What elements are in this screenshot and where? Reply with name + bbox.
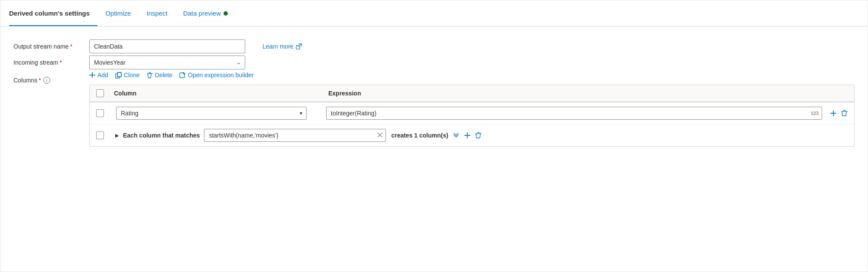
add-pattern-icon	[464, 132, 471, 139]
expression-builder-icon	[179, 72, 186, 79]
expression-input[interactable]	[326, 107, 822, 120]
expand-creates-icon	[453, 131, 460, 138]
delete-row-icon	[841, 110, 848, 117]
plus-icon	[89, 72, 95, 78]
creates-label: creates 1 column(s)	[391, 132, 448, 139]
pattern-label: Each column that matches	[123, 132, 200, 139]
row-checkbox-area	[96, 109, 112, 117]
header-checkbox[interactable]	[96, 89, 104, 97]
delete-pattern-row-button[interactable]	[475, 132, 482, 139]
tab-data-preview[interactable]: Data preview	[175, 0, 236, 26]
row-actions	[830, 110, 848, 117]
incoming-stream-label: Incoming stream	[13, 59, 58, 66]
delete-icon	[147, 72, 153, 79]
learn-more-link[interactable]: Learn more	[262, 43, 302, 50]
output-stream-required: *	[70, 43, 72, 50]
add-pattern-row-button[interactable]	[464, 132, 471, 139]
columns-label: Columns	[13, 77, 37, 84]
output-stream-input[interactable]	[89, 39, 245, 53]
pattern-checkbox-area	[96, 131, 112, 139]
expand-pattern-arrow-icon[interactable]: ▶	[115, 133, 119, 138]
row-column-value: Rating ▾	[112, 107, 320, 120]
output-stream-label: Output stream name	[13, 43, 69, 50]
header-checkbox-area	[96, 89, 112, 97]
columns-field: Columns * i Add	[13, 72, 855, 147]
output-stream-label-cell: Output stream name *	[13, 39, 89, 50]
add-row-icon	[830, 110, 837, 117]
incoming-stream-select[interactable]: MoviesYear	[89, 56, 245, 69]
row-expression-value: 123	[320, 107, 848, 120]
pattern-match-row: ▶ Each column that matches creates 1 col…	[90, 125, 854, 146]
columns-info-icon[interactable]: i	[43, 77, 50, 84]
delete-pattern-icon	[475, 132, 482, 139]
columns-required: *	[39, 77, 41, 84]
add-row-button[interactable]	[830, 110, 837, 117]
open-expression-builder-button[interactable]: Open expression builder	[179, 72, 254, 79]
pattern-clear-button[interactable]	[377, 132, 382, 139]
clone-icon	[115, 72, 122, 79]
expression-header: Expression	[328, 90, 848, 97]
external-link-icon	[296, 43, 302, 49]
delete-row-button[interactable]	[841, 110, 848, 117]
columns-toolbar: Add Clone Delete	[89, 72, 855, 79]
pattern-input-container	[204, 129, 386, 142]
tab-inspect[interactable]: Inspect	[139, 0, 175, 26]
tab-optimize[interactable]: Optimize	[97, 0, 139, 26]
tab-bar: Derived column's settings Optimize Inspe…	[0, 0, 868, 26]
columns-table: Column Expression Rating	[89, 85, 855, 147]
columns-label-cell: Columns * i	[13, 72, 89, 84]
incoming-stream-field: Incoming stream * MoviesYear ⌄	[13, 56, 855, 69]
incoming-stream-required: *	[59, 59, 62, 66]
main-content: Output stream name * Learn more Incoming…	[0, 26, 868, 155]
incoming-stream-label-cell: Incoming stream *	[13, 56, 89, 66]
tab-settings[interactable]: Derived column's settings	[9, 0, 97, 26]
output-stream-field: Output stream name * Learn more	[13, 39, 855, 53]
pattern-actions	[453, 131, 482, 140]
column-select[interactable]: Rating	[116, 107, 307, 120]
incoming-stream-dropdown-container: MoviesYear ⌄	[89, 56, 245, 69]
row-select-checkbox[interactable]	[96, 109, 104, 117]
expression-type-badge: 123	[811, 111, 819, 116]
columns-control-cell: Add Clone Delete	[89, 72, 855, 147]
column-header: Column	[112, 90, 328, 97]
clear-pattern-icon	[377, 132, 382, 138]
table-row: Rating ▾ 123	[90, 102, 854, 125]
delete-button[interactable]: Delete	[147, 72, 172, 79]
add-button[interactable]: Add	[89, 72, 108, 79]
svg-rect-2	[117, 72, 121, 77]
pattern-input[interactable]	[204, 129, 386, 142]
clone-button[interactable]: Clone	[115, 72, 140, 79]
main-container: Derived column's settings Optimize Inspe…	[0, 0, 868, 272]
incoming-stream-control: MoviesYear ⌄	[89, 56, 855, 69]
data-preview-dot	[223, 11, 228, 16]
table-header-row: Column Expression	[90, 85, 854, 102]
expand-creates-button[interactable]	[453, 131, 460, 140]
expression-input-container: 123	[326, 107, 822, 120]
column-dropdown-container: Rating ▾	[116, 107, 307, 120]
output-stream-control: Learn more	[89, 39, 855, 53]
pattern-checkbox[interactable]	[96, 131, 104, 139]
